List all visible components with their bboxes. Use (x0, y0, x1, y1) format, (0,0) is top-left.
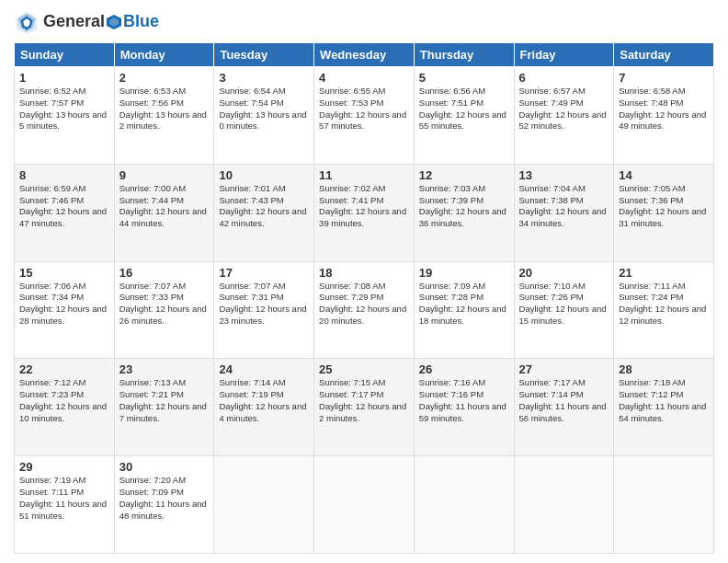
col-header-saturday: Saturday (614, 43, 714, 67)
day-info: Sunrise: 7:15 AMSunset: 7:17 PMDaylight:… (319, 377, 409, 424)
day-number: 2 (119, 71, 210, 85)
day-info: Sunrise: 6:57 AMSunset: 7:49 PMDaylight:… (519, 86, 609, 132)
calendar-cell: 1Sunrise: 6:52 AMSunset: 7:57 PMDaylight… (15, 67, 115, 165)
day-number: 3 (219, 71, 309, 85)
calendar-week-1: 1Sunrise: 6:52 AMSunset: 7:57 PMDaylight… (15, 67, 714, 165)
day-info: Sunrise: 7:19 AMSunset: 7:11 PMDaylight:… (19, 475, 109, 522)
calendar-cell: 10Sunrise: 7:01 AMSunset: 7:43 PMDayligh… (214, 164, 314, 261)
day-number: 19 (419, 266, 509, 280)
calendar-cell: 27Sunrise: 7:17 AMSunset: 7:14 PMDayligh… (514, 359, 614, 456)
calendar-cell: 22Sunrise: 7:12 AMSunset: 7:23 PMDayligh… (15, 359, 115, 456)
calendar-cell: 23Sunrise: 7:13 AMSunset: 7:21 PMDayligh… (114, 359, 214, 456)
day-number: 21 (619, 266, 709, 280)
calendar-cell (414, 456, 514, 554)
day-number: 24 (219, 362, 309, 376)
day-number: 20 (519, 266, 609, 280)
day-info: Sunrise: 7:04 AMSunset: 7:38 PMDaylight:… (519, 183, 609, 230)
calendar-cell: 14Sunrise: 7:05 AMSunset: 7:36 PMDayligh… (614, 164, 714, 261)
day-info: Sunrise: 6:59 AMSunset: 7:46 PMDaylight:… (19, 183, 109, 230)
day-info: Sunrise: 7:03 AMSunset: 7:39 PMDaylight:… (419, 183, 509, 230)
day-info: Sunrise: 7:20 AMSunset: 7:09 PMDaylight:… (119, 475, 210, 522)
day-number: 30 (119, 460, 210, 474)
calendar-cell: 13Sunrise: 7:04 AMSunset: 7:38 PMDayligh… (514, 164, 614, 261)
day-info: Sunrise: 7:05 AMSunset: 7:36 PMDaylight:… (619, 183, 709, 230)
page: GeneralBlue SundayMondayTuesdayWednesday… (0, 0, 728, 563)
col-header-tuesday: Tuesday (214, 43, 314, 67)
calendar-cell: 12Sunrise: 7:03 AMSunset: 7:39 PMDayligh… (414, 164, 514, 261)
calendar-cell (614, 456, 714, 554)
day-number: 13 (519, 168, 609, 182)
day-info: Sunrise: 6:55 AMSunset: 7:53 PMDaylight:… (319, 86, 409, 132)
day-number: 15 (19, 266, 109, 280)
calendar-cell: 20Sunrise: 7:10 AMSunset: 7:26 PMDayligh… (514, 261, 614, 359)
day-info: Sunrise: 7:07 AMSunset: 7:31 PMDaylight:… (219, 281, 309, 327)
day-info: Sunrise: 6:52 AMSunset: 7:57 PMDaylight:… (19, 86, 109, 132)
day-info: Sunrise: 7:00 AMSunset: 7:44 PMDaylight:… (119, 183, 210, 230)
day-info: Sunrise: 6:58 AMSunset: 7:48 PMDaylight:… (619, 86, 709, 132)
calendar-cell: 9Sunrise: 7:00 AMSunset: 7:44 PMDaylight… (114, 164, 214, 261)
calendar-cell: 6Sunrise: 6:57 AMSunset: 7:49 PMDaylight… (514, 67, 614, 165)
day-number: 10 (219, 168, 309, 182)
day-number: 5 (419, 71, 509, 85)
calendar-cell (314, 456, 415, 554)
day-number: 22 (19, 362, 109, 376)
calendar-header-row: SundayMondayTuesdayWednesdayThursdayFrid… (15, 43, 714, 67)
calendar-cell: 4Sunrise: 6:55 AMSunset: 7:53 PMDaylight… (314, 67, 415, 165)
day-info: Sunrise: 7:09 AMSunset: 7:28 PMDaylight:… (419, 281, 509, 327)
col-header-sunday: Sunday (15, 43, 115, 67)
day-info: Sunrise: 7:18 AMSunset: 7:12 PMDaylight:… (619, 377, 709, 424)
calendar-cell (514, 456, 614, 554)
day-number: 14 (619, 168, 709, 182)
col-header-thursday: Thursday (414, 43, 514, 67)
day-info: Sunrise: 7:10 AMSunset: 7:26 PMDaylight:… (519, 281, 609, 327)
calendar-cell: 24Sunrise: 7:14 AMSunset: 7:19 PMDayligh… (214, 359, 314, 456)
calendar-cell: 11Sunrise: 7:02 AMSunset: 7:41 PMDayligh… (314, 164, 415, 261)
calendar-cell: 18Sunrise: 7:08 AMSunset: 7:29 PMDayligh… (314, 261, 415, 359)
calendar-cell: 5Sunrise: 6:56 AMSunset: 7:51 PMDaylight… (414, 67, 514, 165)
day-number: 9 (119, 168, 210, 182)
calendar-cell: 7Sunrise: 6:58 AMSunset: 7:48 PMDaylight… (614, 67, 714, 165)
day-info: Sunrise: 7:08 AMSunset: 7:29 PMDaylight:… (319, 281, 409, 327)
day-number: 17 (219, 266, 309, 280)
logo: GeneralBlue (14, 9, 159, 35)
calendar-week-3: 15Sunrise: 7:06 AMSunset: 7:34 PMDayligh… (15, 261, 714, 359)
calendar-cell: 15Sunrise: 7:06 AMSunset: 7:34 PMDayligh… (15, 261, 115, 359)
calendar-cell: 2Sunrise: 6:53 AMSunset: 7:56 PMDaylight… (114, 67, 214, 165)
day-number: 12 (419, 168, 509, 182)
day-info: Sunrise: 7:01 AMSunset: 7:43 PMDaylight:… (219, 183, 309, 230)
day-number: 4 (319, 71, 409, 85)
header: GeneralBlue (14, 9, 714, 35)
calendar-cell: 29Sunrise: 7:19 AMSunset: 7:11 PMDayligh… (15, 456, 115, 554)
day-info: Sunrise: 7:13 AMSunset: 7:21 PMDaylight:… (119, 377, 210, 424)
calendar-cell: 28Sunrise: 7:18 AMSunset: 7:12 PMDayligh… (614, 359, 714, 456)
day-number: 29 (19, 460, 109, 474)
day-info: Sunrise: 7:02 AMSunset: 7:41 PMDaylight:… (319, 183, 409, 230)
day-number: 27 (519, 362, 609, 376)
calendar-week-2: 8Sunrise: 6:59 AMSunset: 7:46 PMDaylight… (15, 164, 714, 261)
day-info: Sunrise: 7:16 AMSunset: 7:16 PMDaylight:… (419, 377, 509, 424)
day-number: 18 (319, 266, 409, 280)
calendar-cell (214, 456, 314, 554)
logo-text: GeneralBlue (43, 13, 159, 31)
day-number: 23 (119, 362, 210, 376)
calendar-table: SundayMondayTuesdayWednesdayThursdayFrid… (14, 42, 714, 554)
day-info: Sunrise: 6:54 AMSunset: 7:54 PMDaylight:… (219, 86, 309, 132)
calendar-cell: 19Sunrise: 7:09 AMSunset: 7:28 PMDayligh… (414, 261, 514, 359)
day-number: 28 (619, 362, 709, 376)
day-number: 26 (419, 362, 509, 376)
day-info: Sunrise: 7:12 AMSunset: 7:23 PMDaylight:… (19, 377, 109, 424)
day-info: Sunrise: 6:53 AMSunset: 7:56 PMDaylight:… (119, 86, 210, 132)
day-number: 6 (519, 71, 609, 85)
day-info: Sunrise: 7:07 AMSunset: 7:33 PMDaylight:… (119, 281, 210, 327)
calendar-cell: 30Sunrise: 7:20 AMSunset: 7:09 PMDayligh… (114, 456, 214, 554)
day-number: 11 (319, 168, 409, 182)
col-header-friday: Friday (514, 43, 614, 67)
calendar-week-5: 29Sunrise: 7:19 AMSunset: 7:11 PMDayligh… (15, 456, 714, 554)
calendar-cell: 8Sunrise: 6:59 AMSunset: 7:46 PMDaylight… (15, 164, 115, 261)
day-number: 16 (119, 266, 210, 280)
calendar-cell: 26Sunrise: 7:16 AMSunset: 7:16 PMDayligh… (414, 359, 514, 456)
day-number: 1 (19, 71, 109, 85)
calendar-cell: 16Sunrise: 7:07 AMSunset: 7:33 PMDayligh… (114, 261, 214, 359)
col-header-wednesday: Wednesday (314, 43, 415, 67)
day-number: 7 (619, 71, 709, 85)
